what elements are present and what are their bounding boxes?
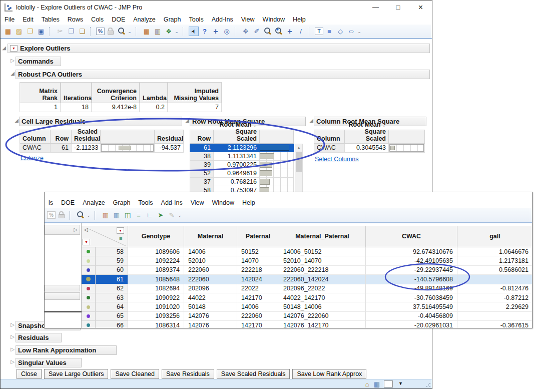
cell-paternal[interactable]: 142170	[237, 293, 279, 302]
table-menu-item-help[interactable]: Help	[238, 199, 259, 206]
disclosure-closed-icon[interactable]: ▷	[10, 58, 15, 63]
save-icon[interactable]: ▣	[36, 27, 46, 36]
row-rms-row[interactable]: 390.9700225	[190, 161, 294, 169]
cell-paternal[interactable]: 14070	[237, 256, 279, 265]
cell-paternal[interactable]: 22022	[237, 284, 279, 293]
rms-row-number[interactable]: 52	[190, 169, 214, 178]
cell-paternal[interactable]: 142024	[237, 275, 279, 284]
table-menu-item-view[interactable]: View	[187, 199, 208, 206]
ruler-tool-icon[interactable]: /	[296, 27, 306, 36]
rms-row-number[interactable]: 61	[190, 144, 214, 152]
col-header[interactable]: Residual	[155, 130, 184, 144]
cell-maternal[interactable]: 222060	[184, 275, 237, 284]
row-state-cell[interactable]	[82, 256, 96, 265]
data-table-view-icon[interactable]: ▦	[142, 27, 152, 36]
table-menu-item-graph[interactable]: Graph	[109, 199, 135, 206]
panel-splitter-bar[interactable]: ▷	[45, 225, 80, 235]
column-header-paternal[interactable]: Paternal	[237, 226, 279, 247]
cell-maternal_paternal[interactable]: 52010_14070	[279, 256, 366, 265]
toolbar-overflow-icon[interactable]: ⌄	[177, 213, 182, 218]
menu-item-doe[interactable]: DOE	[108, 16, 129, 23]
cell-maternal_paternal[interactable]: 142076_142170	[279, 321, 366, 328]
columns-red-triangle-icon[interactable]: ▼	[117, 227, 124, 234]
cell-genotype[interactable]: 1091020	[128, 302, 184, 311]
cell-gall[interactable]: 2.29629	[457, 302, 532, 311]
row-rms-row[interactable]: 612.1123296	[190, 144, 294, 152]
cell-gall[interactable]: -0.87212	[457, 293, 532, 302]
cell-maternal_paternal[interactable]: 142076_222060	[279, 312, 366, 321]
cell-value[interactable]: 0.3045543	[345, 144, 389, 153]
copy-icon[interactable]: ❐	[66, 27, 76, 36]
crosshair-tool-icon[interactable]: +	[211, 27, 221, 36]
toolbar-overflow-icon[interactable]: ⌄	[127, 29, 132, 34]
row-state-dot-icon[interactable]	[87, 314, 90, 318]
row-state-dot-icon[interactable]	[87, 305, 90, 309]
rms-row-number[interactable]: 39	[190, 161, 214, 169]
cell-maternal[interactable]: 202096	[184, 284, 237, 293]
minimize-button[interactable]: —	[364, 1, 387, 15]
cell-column[interactable]: CWAC	[314, 144, 345, 153]
column-header-maternal-paternal[interactable]: Maternal_Paternal	[279, 226, 366, 247]
cell-cwac[interactable]: -29.22937445	[366, 266, 457, 275]
sort-bars-icon[interactable]: ≡	[134, 210, 144, 220]
panel-header-residuals[interactable]: Residuals	[16, 333, 62, 342]
menu-item-cols[interactable]: Cols	[87, 16, 108, 23]
menu-item-help[interactable]: Help	[289, 16, 310, 23]
cell-maternal[interactable]: 222060	[184, 266, 237, 275]
cell-genotype[interactable]: 1090922	[128, 293, 184, 302]
menu-item-file[interactable]: File	[1, 16, 19, 23]
explore-outliers-header[interactable]: ▼ Explore Outliers	[8, 44, 430, 53]
lock-icon[interactable]	[57, 210, 67, 220]
dropdown-arrow-icon[interactable]: ▼	[398, 381, 403, 386]
save-large-outliers-button[interactable]: Save Large Outliers	[44, 369, 108, 379]
cell-cwac[interactable]: -42.49105635	[366, 256, 457, 265]
row-state-cell[interactable]	[82, 266, 96, 275]
row-rms-row[interactable]: 381.1131341	[190, 152, 294, 161]
cell-column[interactable]: CWAC	[20, 144, 51, 153]
cell-genotype[interactable]: 1089606	[128, 247, 184, 256]
menu-item-window[interactable]: Window	[259, 16, 289, 23]
col-header[interactable]: ScaledResidual	[72, 130, 101, 144]
menu-item-analyze[interactable]: Analyze	[129, 16, 159, 23]
cell-cwac[interactable]: -140.5796608	[366, 275, 457, 284]
select-columns-link[interactable]: Select Columns	[315, 156, 359, 163]
table-menu-item-analyze[interactable]: Analyze	[79, 199, 109, 206]
row-number-cell[interactable]: 62	[96, 284, 128, 293]
sort-descending-icon[interactable]: ⌄	[253, 123, 257, 128]
panel-header-singular-values[interactable]: Singular Values	[16, 358, 82, 367]
col-header-bar[interactable]	[260, 130, 294, 144]
expand-panel-icon[interactable]: ▷	[74, 227, 78, 232]
cell-maternal_paternal[interactable]: 222060_142024	[279, 275, 366, 284]
new-script-icon[interactable]: ▨	[14, 27, 24, 36]
cell-cwac[interactable]: -0.40456809	[366, 312, 457, 321]
cell-paternal[interactable]: 222218	[237, 266, 279, 275]
cell-maternal_paternal[interactable]: 44022_142170	[279, 293, 366, 302]
disclosure-open-icon[interactable]: ◢	[14, 118, 19, 123]
cell-maternal[interactable]: 50148	[184, 302, 237, 311]
col-header[interactable]: Row	[190, 130, 214, 144]
cut-icon[interactable]: ✂	[55, 27, 65, 36]
cell-genotype[interactable]: 1082694	[128, 284, 184, 293]
journal-icon[interactable]: ▥	[153, 27, 163, 36]
cell-maternal[interactable]: 14006	[184, 247, 237, 256]
table-menu-item-doe[interactable]: DOE	[57, 199, 79, 206]
save-cleaned-button[interactable]: Save Cleaned	[111, 369, 159, 379]
cell-genotype[interactable]: 1085648	[128, 275, 184, 284]
cell-gall[interactable]: 0.5686021	[457, 266, 532, 275]
row-state-cell[interactable]	[82, 275, 96, 284]
new-data-table-icon[interactable]: ▦	[3, 27, 13, 36]
rms-row-number[interactable]: 37	[190, 178, 214, 186]
red-triangle-menu-icon[interactable]: ▼	[10, 45, 18, 52]
rms-value[interactable]: 2.1123296	[214, 144, 260, 152]
scroll-up-icon[interactable]: ▴	[295, 144, 302, 151]
cell-genotype[interactable]: 1089374	[128, 266, 184, 275]
disclosure-open-icon[interactable]: ◢	[2, 45, 7, 51]
cell-maternal[interactable]: 142076	[184, 312, 237, 321]
colorize-link[interactable]: Colorize	[21, 155, 44, 162]
lock-icon[interactable]	[106, 27, 116, 36]
new-window-icon[interactable]: ❖	[164, 27, 174, 36]
row-state-dot-icon[interactable]	[87, 296, 90, 299]
cell-maternal_paternal[interactable]: 14006_50152	[279, 247, 366, 256]
row-number-cell[interactable]: 63	[96, 293, 128, 302]
toolbar-overflow-icon[interactable]: ⌄	[174, 29, 179, 34]
